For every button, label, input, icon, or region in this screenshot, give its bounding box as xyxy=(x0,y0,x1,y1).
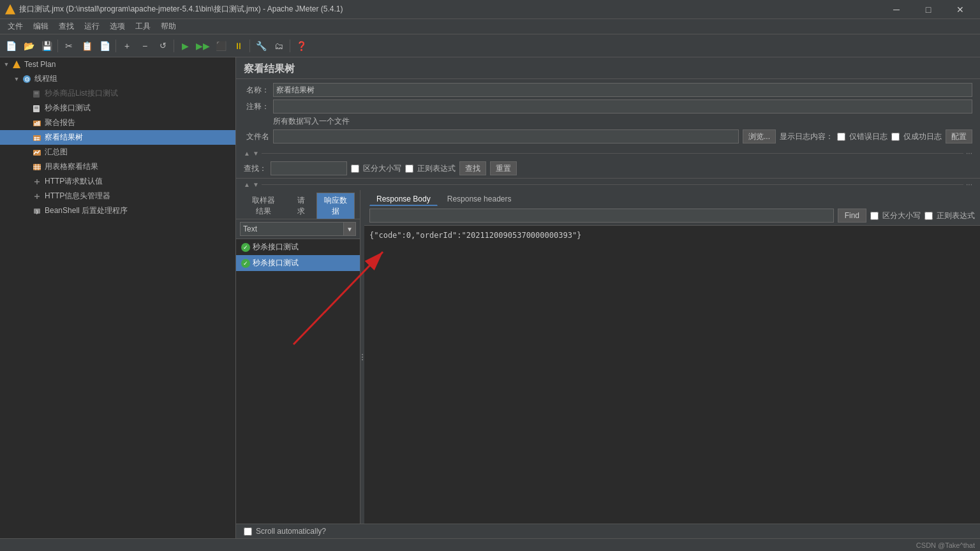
toolbar-remote[interactable]: 🔧 xyxy=(253,38,269,54)
case-sensitive-label: 区分大小写 xyxy=(363,163,401,174)
beanshell-label: BeanShell 后置处理程序 xyxy=(45,205,128,216)
reset-button[interactable]: 重置 xyxy=(490,161,517,175)
menu-search[interactable]: 查找 xyxy=(54,20,79,33)
testplan-label: Test Plan xyxy=(24,60,56,69)
browse-button[interactable]: 浏览... xyxy=(743,129,776,143)
success-log-checkbox[interactable] xyxy=(891,133,900,141)
expand-icon-threadgroup[interactable]: ▼ xyxy=(13,75,20,83)
sub-tab-response-body[interactable]: Response Body xyxy=(369,193,438,206)
error-log-checkbox[interactable] xyxy=(837,133,845,141)
write-file-label: 所有数据写入一个文件 xyxy=(273,116,350,127)
toolbar-stop[interactable]: ⬛ xyxy=(212,38,229,54)
tree-node-beanshell[interactable]: } BeanShell 后置处理程序 xyxy=(0,203,235,218)
tree-node-seckill-list[interactable]: 秒杀商品List接口测试 xyxy=(0,86,235,101)
divider2-more[interactable]: ··· xyxy=(966,180,972,189)
toolbar-shutdown[interactable]: ⏸ xyxy=(230,38,247,54)
regex-checkbox[interactable] xyxy=(405,165,413,173)
menu-run[interactable]: 运行 xyxy=(79,20,105,33)
testplan-icon xyxy=(11,59,22,70)
result-item-1[interactable]: ✓ 秒杀接口测试 xyxy=(236,239,360,255)
toolbar-reset[interactable]: ↺ xyxy=(154,38,171,54)
toolbar-cut[interactable]: ✂ xyxy=(61,38,77,54)
find-regex-checkbox[interactable] xyxy=(924,212,933,220)
toolbar-add[interactable]: + xyxy=(119,38,135,54)
case-sensitive-checkbox[interactable] xyxy=(351,165,359,173)
minimize-button[interactable]: ─ xyxy=(882,0,911,19)
config-button[interactable]: 配置 xyxy=(946,129,972,143)
status-right: CSDN @Take^that xyxy=(916,541,975,549)
search-row: 查找： 区分大小写 正则表达式 查找 重置 xyxy=(236,159,980,179)
find-btn[interactable]: Find xyxy=(838,209,866,223)
menu-edit[interactable]: 编辑 xyxy=(28,20,54,33)
result-item-2[interactable]: ✓ 秒杀接口测试 xyxy=(236,255,360,271)
toolbar-sep4 xyxy=(249,40,250,52)
find-button[interactable]: 查找 xyxy=(459,161,486,175)
search-input[interactable] xyxy=(271,161,347,175)
find-case-checkbox[interactable] xyxy=(870,212,879,220)
result-dropdown-arrow[interactable]: ▼ xyxy=(343,222,356,236)
toolbar-start-no-pause[interactable]: ▶▶ xyxy=(195,38,211,54)
tree-node-httpheader[interactable]: HTTP信息头管理器 xyxy=(0,189,235,203)
summary-label: 汇总图 xyxy=(45,147,68,158)
name-input[interactable] xyxy=(273,83,972,97)
toolbar-new[interactable]: 📄 xyxy=(3,38,19,54)
tree-node-aggregate[interactable]: 聚合报告 xyxy=(0,115,235,130)
divider2-down-arrow[interactable]: ▼ xyxy=(253,181,259,188)
comment-input[interactable] xyxy=(273,99,972,114)
toolbar-paste[interactable]: 📄 xyxy=(96,38,113,54)
svg-rect-11 xyxy=(36,122,38,126)
result-item-label-2: 秒杀接口测试 xyxy=(253,258,299,268)
status-bar: CSDN @Take^that xyxy=(0,538,980,551)
divider2-up-arrow[interactable]: ▲ xyxy=(244,181,250,188)
menu-bar: 文件 编辑 查找 运行 选项 工具 帮助 xyxy=(0,19,980,34)
panel-header: 察看结果树 xyxy=(236,57,980,79)
menu-tools[interactable]: 工具 xyxy=(130,20,156,33)
title-bar: 接口测试.jmx (D:\install\program\apache-jmet… xyxy=(0,0,980,19)
toolbar-sep2 xyxy=(115,40,116,52)
toolbar-help[interactable]: ❓ xyxy=(293,38,309,54)
scroll-auto-checkbox[interactable] xyxy=(244,527,252,536)
menu-options[interactable]: 选项 xyxy=(105,20,130,33)
tree-node-threadgroup[interactable]: ▼ ⚙ 线程组 xyxy=(0,71,235,86)
toolbar-save[interactable]: 💾 xyxy=(38,38,55,54)
log-display-label: 显示日志内容： xyxy=(780,131,833,142)
svg-rect-12 xyxy=(38,121,40,126)
tree-node-testplan[interactable]: ▼ Test Plan xyxy=(0,57,235,71)
menu-file[interactable]: 文件 xyxy=(3,20,28,33)
svg-rect-19 xyxy=(33,164,41,170)
toolbar-remove[interactable]: − xyxy=(137,38,153,54)
lower-divider: ▲ ▼ ··· xyxy=(236,179,980,190)
tab-response-data[interactable]: 响应数据 xyxy=(316,193,355,219)
toolbar-open[interactable]: 📂 xyxy=(20,38,37,54)
divider-more[interactable]: ··· xyxy=(966,149,972,158)
sub-tab-response-headers[interactable]: Response headers xyxy=(440,193,519,206)
filename-input[interactable] xyxy=(273,129,739,143)
tree-node-seckill1[interactable]: 秒杀接口测试 xyxy=(0,101,235,115)
tab-sampler-result[interactable]: 取样器结果 xyxy=(241,193,285,219)
svg-marker-0 xyxy=(13,61,20,68)
tree-node-httpdefault[interactable]: HTTP请求默认值 xyxy=(0,174,235,189)
sub-tabs-row: Response Body Response headers xyxy=(364,190,980,206)
threadgroup-icon: ⚙ xyxy=(22,74,32,84)
tree-node-viewtree[interactable]: 察看结果树 xyxy=(0,130,235,145)
tab-request[interactable]: 请求 xyxy=(288,193,314,219)
tableresult-label: 用表格察看结果 xyxy=(45,161,98,172)
divider-down-arrow[interactable]: ▼ xyxy=(253,150,259,157)
result-format-select[interactable]: Text RegExp Tester CSS/JQuery Tester XPa… xyxy=(240,222,344,236)
maximize-button[interactable]: □ xyxy=(914,0,943,19)
tree-panel: ▼ Test Plan ▼ ⚙ 线程组 秒杀商品 xyxy=(0,57,236,538)
result-tree: ✓ 秒杀接口测试 ✓ 秒杀接口测试 xyxy=(236,239,360,524)
menu-help[interactable]: 帮助 xyxy=(156,20,181,33)
tree-node-tableresult[interactable]: 用表格察看结果 xyxy=(0,159,235,174)
threadgroup-label: 线程组 xyxy=(34,73,57,84)
find-input[interactable] xyxy=(369,209,834,223)
divider-up-arrow[interactable]: ▲ xyxy=(244,150,250,157)
toolbar-copy[interactable]: 📋 xyxy=(78,38,95,54)
expand-icon-testplan[interactable]: ▼ xyxy=(3,61,10,68)
tree-node-summary[interactable]: 汇总图 xyxy=(0,145,235,159)
toolbar-start[interactable]: ▶ xyxy=(177,38,193,54)
upper-divider: ▲ ▼ ··· xyxy=(236,147,980,159)
toolbar-functions[interactable]: 🗂 xyxy=(271,38,287,54)
result-icon-2: ✓ xyxy=(241,259,250,268)
close-button[interactable]: ✕ xyxy=(946,0,975,19)
